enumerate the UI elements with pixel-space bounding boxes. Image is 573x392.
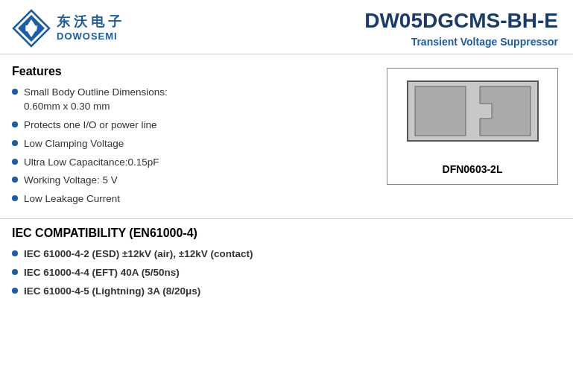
logo-chinese: 东 沃 电 子: [57, 14, 121, 31]
title-area: DW05DGCMS-BH-E Transient Voltage Suppres…: [364, 9, 558, 48]
list-item: IEC 61000-4-5 (Lightning) 3A (8/20μs): [12, 285, 561, 299]
feature-text: Low Clamping Voltage: [24, 137, 124, 151]
logo-text: 东 沃 电 子 DOWOSEMI: [57, 14, 121, 42]
iec-section: IEC COMPATIBILITY (EN61000-4) IEC 61000-…: [0, 218, 573, 311]
list-item: IEC 61000-4-4 (EFT) 40A (5/50ns): [12, 266, 561, 280]
bullet-icon: [12, 89, 18, 95]
list-item: Protects one I/O or power line: [12, 118, 372, 133]
svg-rect-5: [415, 86, 466, 136]
feature-text: Working Voltage: 5 V: [24, 174, 118, 188]
feature-text: Protects one I/O or power line: [24, 118, 157, 133]
bullet-icon: [12, 195, 18, 201]
features-title: Features: [12, 65, 372, 78]
feature-list: Small Body Outline Dimensions:0.60mm x 0…: [12, 86, 372, 206]
list-item: Low Clamping Voltage: [12, 137, 372, 151]
iec-text: IEC 61000-4-2 (ESD) ±12kV (air), ±12kV (…: [24, 247, 253, 262]
features-section: Features Small Body Outline Dimensions:0…: [12, 65, 372, 211]
package-section: DFN0603-2L: [387, 65, 558, 211]
package-diagram: [404, 78, 542, 156]
bullet-icon: [12, 250, 18, 256]
header: DW 东 沃 电 子 DOWOSEMI DW05DGCMS-BH-E Trans…: [0, 0, 573, 54]
bullet-icon: [12, 159, 18, 165]
logo-icon: DW: [12, 9, 51, 48]
list-item: Small Body Outline Dimensions:0.60mm x 0…: [12, 86, 372, 114]
list-item: Ultra Low Capacitance:0.15pF: [12, 156, 372, 170]
bullet-icon: [12, 121, 18, 127]
list-item: IEC 61000-4-2 (ESD) ±12kV (air), ±12kV (…: [12, 247, 561, 262]
main-content: Features Small Body Outline Dimensions:0…: [0, 54, 573, 218]
product-subtitle: Transient Voltage Suppressor: [364, 36, 558, 48]
bullet-icon: [12, 177, 18, 183]
feature-text: Small Body Outline Dimensions:0.60mm x 0…: [24, 86, 168, 114]
package-box: DFN0603-2L: [387, 68, 558, 185]
iec-text: IEC 61000-4-4 (EFT) 40A (5/50ns): [24, 266, 180, 280]
package-label: DFN0603-2L: [443, 163, 503, 175]
iec-text: IEC 61000-4-5 (Lightning) 3A (8/20μs): [24, 285, 200, 299]
iec-title: IEC COMPATIBILITY (EN61000-4): [12, 227, 561, 240]
logo-area: DW 东 沃 电 子 DOWOSEMI: [12, 9, 121, 48]
list-item: Working Voltage: 5 V: [12, 174, 372, 188]
feature-text: Ultra Low Capacitance:0.15pF: [24, 156, 159, 170]
svg-text:DW: DW: [25, 25, 38, 33]
logo-english: DOWOSEMI: [57, 31, 121, 42]
bullet-icon: [12, 140, 18, 146]
feature-text: Low Leakage Current: [24, 192, 120, 206]
bullet-icon: [12, 269, 18, 275]
product-title: DW05DGCMS-BH-E: [364, 9, 558, 33]
bullet-icon: [12, 288, 18, 294]
iec-list: IEC 61000-4-2 (ESD) ±12kV (air), ±12kV (…: [12, 247, 561, 299]
list-item: Low Leakage Current: [12, 192, 372, 206]
